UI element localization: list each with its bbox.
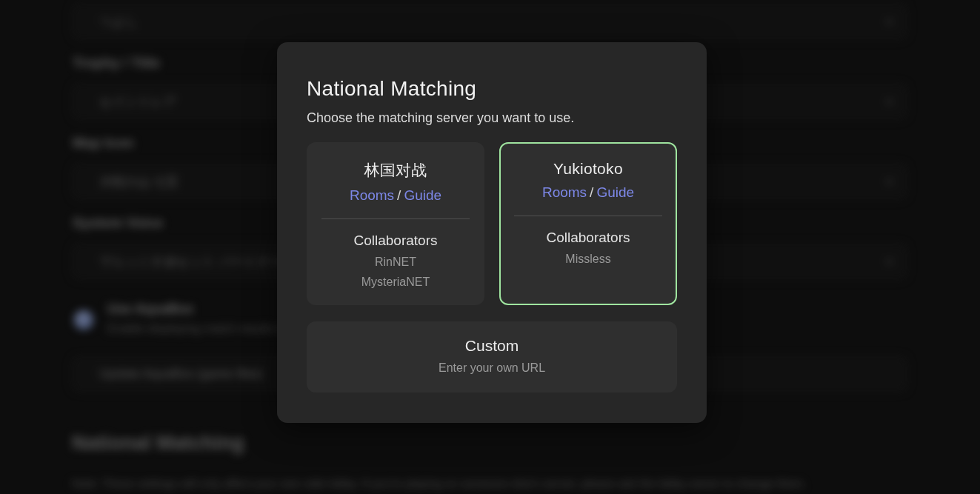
server-card-yukiotoko[interactable]: Yukiotoko Rooms/Guide Collaborators Miss…	[499, 142, 677, 305]
dialog-subtitle: Choose the matching server you want to u…	[307, 109, 677, 127]
link-separator: /	[587, 184, 596, 200]
rooms-link[interactable]: Rooms	[350, 187, 394, 203]
map-icon-label: Map Icon	[73, 135, 133, 151]
field-value: つよし	[99, 13, 887, 30]
checked-radio-icon	[74, 310, 93, 330]
server-name: Yukiotoko	[501, 160, 676, 178]
card-divider	[514, 216, 662, 216]
collaborator-name: RinNET	[308, 256, 483, 269]
server-options-row: 林国对战 Rooms/Guide Collaborators RinNET My…	[307, 142, 677, 305]
custom-card-subtitle: Enter your own URL	[307, 361, 677, 375]
custom-card-title: Custom	[307, 337, 677, 355]
guide-link[interactable]: Guide	[596, 184, 634, 200]
national-matching-note: Note: These settings will only affect yo…	[72, 477, 946, 490]
link-separator: /	[394, 187, 404, 203]
server-links: Rooms/Guide	[308, 187, 483, 204]
server-card-linguo[interactable]: 林国对战 Rooms/Guide Collaborators RinNET My…	[307, 142, 484, 305]
guide-link[interactable]: Guide	[404, 187, 441, 203]
system-voice-label: System Voice	[73, 215, 163, 231]
card-divider	[321, 218, 470, 219]
server-links: Rooms/Guide	[501, 184, 676, 201]
national-matching-dialog: National Matching Choose the matching se…	[277, 42, 707, 423]
dialog-title: National Matching	[307, 78, 677, 100]
server-name: 林国对战	[308, 160, 483, 181]
custom-server-card[interactable]: Custom Enter your own URL	[307, 321, 677, 393]
national-matching-section-heading: National Matching	[72, 432, 244, 455]
chevron-down-icon: ▾	[887, 256, 892, 267]
chevron-down-icon: ▾	[887, 16, 892, 27]
chevron-down-icon: ▾	[887, 176, 892, 187]
trophy-title-label: Trophy / Title	[73, 55, 160, 71]
collaborators-label: Collaborators	[501, 230, 676, 246]
chevron-down-icon: ▾	[887, 96, 892, 107]
collaborators-label: Collaborators	[308, 233, 483, 249]
rooms-link[interactable]: Rooms	[542, 184, 587, 200]
profile-name-select: つよし ▾	[72, 4, 907, 39]
collaborator-name: Missless	[501, 253, 676, 266]
collaborator-name: MysteriaNET	[308, 276, 483, 289]
